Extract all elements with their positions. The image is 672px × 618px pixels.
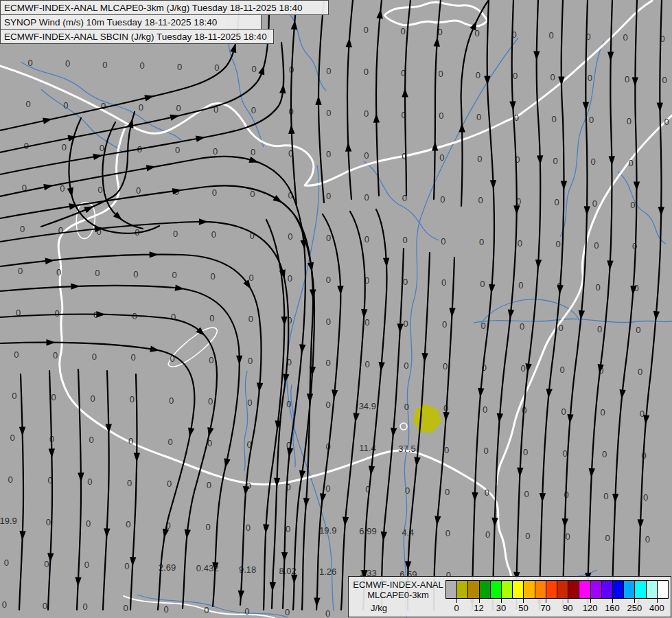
legend-title-line2: MLCAPE0-3km (351, 590, 445, 600)
grid-zero-label: 0 (56, 267, 61, 277)
grid-zero-label: 0 (565, 531, 570, 542)
colorbar-cell (456, 580, 468, 599)
colorbar-cell (612, 580, 624, 599)
legend-title-line1: ECMWF-INDEX-ANAL (351, 580, 445, 590)
wind-arrowhead (183, 529, 191, 539)
colorbar-cell (646, 580, 658, 599)
grid-zero-label: 0 (98, 185, 103, 195)
wind-arrowhead (402, 88, 408, 98)
grid-zero-label: 0 (288, 273, 292, 284)
wind-arrowhead (657, 102, 664, 112)
wind-arrowhead (377, 9, 384, 19)
wind-arrowhead (612, 494, 618, 503)
wind-arrowhead (561, 181, 567, 190)
grid-zero-label: 0 (51, 392, 56, 402)
grid-zero-label: 0 (133, 269, 138, 279)
grid-zero-label: 0 (83, 602, 88, 612)
wind-arrowhead (609, 156, 616, 165)
wind-arrowhead (488, 284, 495, 294)
wind-arrowhead (637, 519, 644, 529)
streamline-path (516, 0, 540, 610)
wind-arrowhead (222, 458, 231, 468)
grid-zero-label: 0 (561, 407, 566, 417)
grid-zero-label: 0 (251, 147, 255, 157)
grid-zero-label: 0 (404, 360, 408, 371)
wind-arrowhead (237, 591, 244, 600)
wind-arrowhead (258, 65, 267, 76)
wind-arrowhead (19, 426, 26, 436)
grid-zero-label: 0 (163, 604, 168, 615)
wind-arrowhead (269, 582, 276, 592)
colorbar-cell (512, 580, 524, 599)
grid-zero-label: 0 (209, 313, 214, 323)
grid-zero-label: 0 (477, 154, 482, 164)
wind-arrowhead (513, 205, 520, 215)
colorbar-cell (535, 580, 546, 599)
wind-arrowhead (618, 389, 626, 399)
grid-zero-label: 0 (286, 524, 290, 534)
grid-zero-label: 0 (405, 485, 410, 496)
wind-arrowhead (459, 123, 465, 133)
grid-zero-label: 0 (627, 116, 632, 126)
wind-arrowhead (583, 206, 590, 216)
grid-zero-label: 0 (443, 361, 448, 371)
wind-arrowhead (19, 531, 26, 540)
grid-zero-label: 0 (209, 355, 213, 365)
grid-zero-label: 0 (630, 200, 635, 210)
streamline-path (19, 374, 23, 610)
country-border-path (58, 126, 168, 457)
grid-zero-label: 0 (213, 146, 218, 157)
grid-zero-label: 0 (628, 158, 633, 168)
grid-zero-label: 0 (175, 145, 180, 155)
grid-zero-label: 0 (438, 69, 443, 79)
grid-zero-label: 0 (252, 64, 257, 74)
grid-zero-label: 0 (364, 234, 369, 244)
wind-arrowhead (248, 157, 259, 165)
grid-zero-label: 0 (4, 558, 9, 568)
grid-zero-label: 0 (87, 477, 92, 487)
grid-zero-label: 0 (250, 189, 255, 199)
grid-zero-label: 0 (249, 273, 254, 283)
grid-zero-label: 0 (400, 26, 405, 36)
grid-zero-label: 0 (562, 448, 567, 459)
streamline-path (588, 0, 612, 610)
grid-zero-label: 0 (207, 480, 211, 490)
wind-arrowhead (281, 552, 288, 562)
cape-highlight-layer (413, 404, 441, 433)
wind-arrowhead (230, 43, 239, 53)
wind-streamlines-layer (0, 0, 664, 610)
wind-arrowhead (539, 493, 546, 503)
grid-zero-label: 0 (326, 108, 331, 118)
grid-zero-label: 0 (521, 363, 526, 374)
grid-zero-label: 0 (171, 312, 176, 322)
grid-zero-label: 0 (592, 198, 597, 209)
wind-arrowhead (71, 283, 80, 290)
wind-arrowhead (443, 412, 450, 422)
wind-arrowhead (434, 37, 441, 47)
grid-zero-label: 0 (89, 435, 93, 445)
grid-zero-label: 0 (246, 523, 251, 533)
grid-zero-label: 0 (286, 399, 291, 409)
grid-zero-label: 0 (2, 599, 7, 610)
wind-arrowhead (378, 362, 384, 371)
grid-zero-label: 0 (167, 437, 172, 447)
grid-zero-label: 0 (140, 60, 145, 71)
grid-zero-label: 0 (588, 73, 592, 83)
grid-zero-label: 0 (645, 534, 650, 545)
grid-zero-label: 0 (86, 518, 91, 529)
grid-zero-label: 0 (130, 394, 135, 404)
grid-zero-label: 0 (63, 100, 68, 111)
grid-zero-label: 0 (210, 271, 215, 282)
wind-arrowhead (607, 260, 614, 270)
wind-arrowhead (78, 472, 84, 482)
wind-arrowhead (472, 492, 478, 502)
wind-arrowhead (45, 257, 55, 264)
river-path (404, 38, 518, 618)
grid-zero-label: 0 (441, 236, 445, 247)
grid-zero-label: 0 (589, 115, 594, 125)
wind-arrowhead (331, 389, 338, 399)
cape-highlight-polygon (413, 404, 441, 433)
river-path (244, 371, 248, 471)
grid-zero-label: 0 (605, 533, 610, 543)
wind-arrowhead (496, 413, 503, 423)
